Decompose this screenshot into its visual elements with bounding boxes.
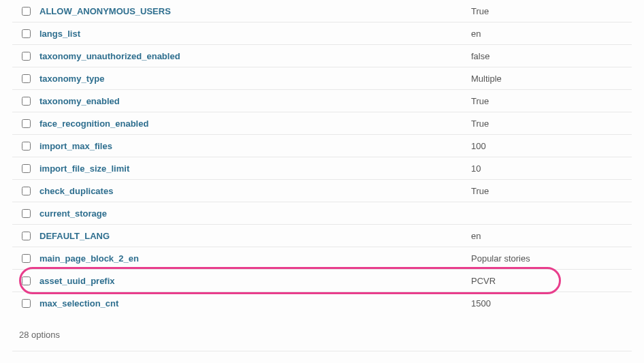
row-checkbox[interactable]: [22, 29, 31, 38]
table-row: check_duplicatesTrue: [12, 180, 632, 202]
table-row: max_selection_cnt1500: [12, 292, 632, 315]
row-key-cell: ALLOW_ANONYMOUS_USERS: [39, 1, 468, 22]
row-checkbox-cell: [12, 5, 39, 18]
row-checkbox[interactable]: [22, 209, 31, 218]
option-key-link[interactable]: max_selection_cnt: [39, 298, 118, 309]
row-key-cell: langs_list: [39, 23, 468, 44]
row-checkbox-cell: [12, 207, 39, 220]
row-key-cell: taxonomy_unauthorized_enabled: [39, 46, 468, 67]
option-key-link[interactable]: taxonomy_enabled: [39, 96, 120, 106]
row-checkbox[interactable]: [22, 187, 31, 195]
row-value-cell: en: [468, 23, 632, 44]
option-key-link[interactable]: main_page_block_2_en: [39, 253, 139, 264]
row-value-cell: Popular stories: [468, 248, 632, 269]
table-row: ALLOW_ANONYMOUS_USERSTrue: [12, 0, 632, 22]
option-key-link[interactable]: import_file_size_limit: [39, 163, 129, 174]
row-key-cell: max_selection_cnt: [39, 293, 468, 314]
row-key-cell: asset_uuid_prefix: [39, 270, 468, 291]
row-checkbox-cell: [12, 117, 39, 130]
row-key-cell: import_max_files: [39, 136, 468, 157]
row-value-cell: false: [468, 46, 632, 67]
option-key-link[interactable]: langs_list: [39, 29, 80, 39]
table-row: taxonomy_unauthorized_enabledfalse: [12, 45, 632, 67]
row-checkbox[interactable]: [22, 52, 31, 61]
option-key-link[interactable]: taxonomy_type: [39, 74, 104, 84]
row-key-cell: taxonomy_enabled: [39, 91, 468, 112]
table-row: DEFAULT_LANGen: [12, 225, 632, 247]
option-key-link[interactable]: check_duplicates: [39, 186, 113, 196]
row-key-cell: main_page_block_2_en: [39, 248, 468, 269]
table-row: taxonomy_enabledTrue: [12, 90, 632, 112]
row-checkbox-cell: [12, 185, 39, 198]
row-checkbox[interactable]: [22, 119, 31, 128]
row-checkbox-cell: [12, 252, 39, 265]
table-row: import_max_files100: [12, 135, 632, 157]
row-checkbox-cell: [12, 297, 39, 310]
row-checkbox-cell: [12, 72, 39, 85]
row-checkbox-cell: [12, 162, 39, 175]
row-value-cell: PCVR: [468, 270, 632, 291]
row-key-cell: face_recognition_enabled: [39, 113, 468, 134]
option-key-link[interactable]: current_storage: [39, 208, 107, 219]
row-key-cell: current_storage: [39, 203, 468, 224]
row-value-cell: en: [468, 225, 632, 247]
table-row: main_page_block_2_enPopular stories: [12, 247, 632, 270]
row-value-cell: 10: [468, 158, 632, 179]
row-key-cell: DEFAULT_LANG: [39, 225, 468, 247]
row-checkbox[interactable]: [22, 142, 31, 151]
option-key-link[interactable]: import_max_files: [39, 141, 112, 151]
row-checkbox-cell: [12, 95, 39, 108]
table-row: current_storage: [12, 202, 632, 225]
row-checkbox-cell: [12, 274, 39, 287]
row-checkbox[interactable]: [22, 232, 31, 240]
row-checkbox[interactable]: [22, 277, 31, 285]
row-value-cell: Multiple: [468, 68, 632, 89]
table-row: langs_listen: [12, 22, 632, 45]
table-row: face_recognition_enabledTrue: [12, 112, 632, 135]
row-checkbox-cell: [12, 140, 39, 153]
option-key-link[interactable]: face_recognition_enabled: [39, 119, 148, 129]
options-count-footer: 28 options: [12, 319, 632, 351]
option-key-link[interactable]: DEFAULT_LANG: [39, 231, 110, 241]
row-checkbox[interactable]: [22, 7, 31, 16]
row-checkbox[interactable]: [22, 254, 31, 263]
row-key-cell: taxonomy_type: [39, 68, 468, 89]
row-key-cell: check_duplicates: [39, 180, 468, 202]
row-checkbox-cell: [12, 230, 39, 242]
option-key-link[interactable]: taxonomy_unauthorized_enabled: [39, 51, 180, 61]
row-checkbox[interactable]: [22, 164, 31, 173]
row-value-cell: 100: [468, 136, 632, 157]
row-checkbox[interactable]: [22, 299, 31, 308]
table-row: taxonomy_typeMultiple: [12, 67, 632, 90]
options-table: ALLOW_ANONYMOUS_USERSTruelangs_listentax…: [12, 0, 632, 315]
row-checkbox[interactable]: [22, 74, 31, 83]
row-checkbox-cell: [12, 27, 39, 40]
option-key-link[interactable]: asset_uuid_prefix: [39, 276, 115, 286]
row-value-cell: True: [468, 180, 632, 202]
row-checkbox-cell: [12, 50, 39, 63]
table-row: asset_uuid_prefixPCVR: [12, 270, 632, 292]
row-value-cell: True: [468, 113, 632, 134]
row-value-cell: 1500: [468, 293, 632, 314]
row-checkbox[interactable]: [22, 97, 31, 106]
option-key-link[interactable]: ALLOW_ANONYMOUS_USERS: [39, 6, 171, 16]
row-value-cell: True: [468, 91, 632, 112]
row-value-cell: [468, 208, 632, 219]
options-count-label: 28 options: [19, 330, 60, 340]
row-value-cell: True: [468, 1, 632, 22]
table-row: import_file_size_limit10: [12, 157, 632, 180]
row-key-cell: import_file_size_limit: [39, 158, 468, 179]
